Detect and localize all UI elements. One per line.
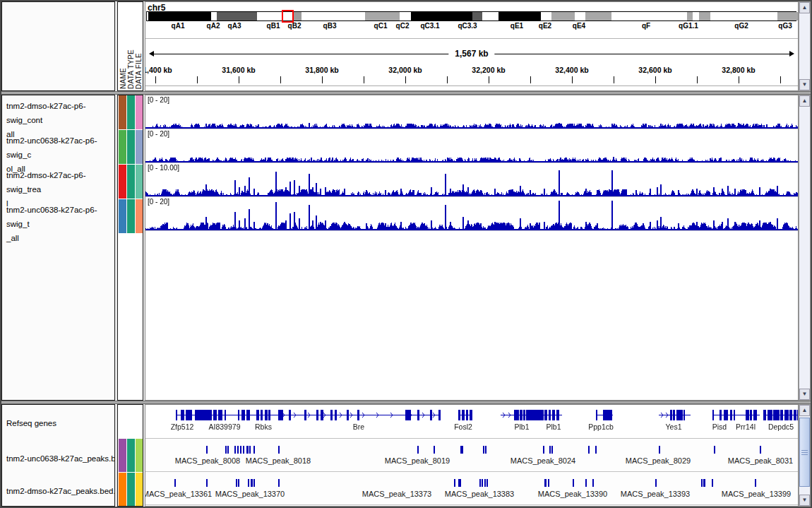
unc0638-peaks-track[interactable]: MACS_peak_8008MACS_peak_8018MACS_peak_80… (145, 439, 798, 472)
attribute-color-bar[interactable] (136, 95, 143, 129)
tracks-scrollbar-track[interactable] (799, 107, 810, 389)
peak-interval[interactable] (174, 479, 176, 487)
attribute-color-bar[interactable] (119, 199, 126, 233)
scroll-down-icon[interactable]: ▼ (799, 389, 810, 400)
peak-interval[interactable] (278, 446, 280, 454)
peak-interval[interactable] (485, 446, 486, 454)
coverage-track-1[interactable]: [0 - 20] (145, 95, 798, 129)
peak-interval[interactable] (454, 479, 455, 487)
genome-ruler[interactable]: 1,567 kb 31,400 kb31,600 kb31,800 kb32,0… (145, 39, 798, 86)
attribute-bars[interactable] (119, 473, 143, 506)
dmso-peaks-track[interactable]: MACS_peak_13361MACS_peak_13370MACS_peak_… (145, 472, 798, 505)
peak-interval[interactable] (253, 479, 255, 487)
peak-interval[interactable] (486, 479, 488, 487)
attr-col-name[interactable]: NAME (119, 68, 127, 89)
peak-interval[interactable] (248, 479, 249, 487)
peak-interval[interactable] (434, 446, 435, 454)
peak-interval[interactable] (703, 479, 705, 487)
peak-interval[interactable] (225, 446, 227, 454)
peak-interval[interactable] (227, 446, 229, 454)
peak-interval[interactable] (278, 479, 280, 487)
attribute-bars[interactable] (119, 165, 143, 199)
peak-interval[interactable] (655, 479, 657, 487)
peak-interval[interactable] (701, 479, 703, 487)
refseq-genes-canvas[interactable] (145, 405, 798, 438)
attribute-color-bar[interactable] (127, 199, 135, 233)
attribute-color-bar[interactable] (127, 165, 135, 199)
attribute-color-bar[interactable] (136, 439, 143, 472)
scroll-up-icon[interactable]: ▲ (799, 405, 810, 416)
attr-col-datafile[interactable]: DATA FILE (135, 53, 143, 89)
scroll-down-icon[interactable]: ▼ (799, 79, 810, 90)
peak-interval[interactable] (253, 446, 255, 454)
peak-interval[interactable] (246, 446, 249, 454)
peak-interval[interactable] (712, 479, 713, 487)
peak-interval[interactable] (551, 446, 553, 454)
region-selection-box[interactable] (282, 10, 294, 23)
coverage-track-3[interactable]: [0 - 10.00] (145, 163, 798, 197)
peak-interval[interactable] (206, 479, 208, 487)
peak-interval[interactable] (549, 446, 551, 454)
peak-interval[interactable] (760, 446, 761, 454)
attribute-color-bar[interactable] (127, 439, 135, 472)
peak-interval[interactable] (659, 446, 660, 454)
peak-interval[interactable] (595, 446, 597, 454)
peak-interval[interactable] (543, 446, 544, 454)
coverage-canvas-1[interactable] (145, 95, 798, 129)
coverage-canvas-2[interactable] (145, 129, 798, 163)
attribute-bars[interactable] (119, 130, 143, 164)
feature-attribute-panel[interactable] (117, 404, 143, 507)
refseq-track-name[interactable]: Refseq genes (6, 419, 56, 427)
peak-interval[interactable] (238, 479, 239, 487)
coverage-track-2[interactable]: [0 - 20] (145, 129, 798, 163)
scrollbar-thumb[interactable] (799, 418, 810, 487)
peak-interval[interactable] (479, 479, 481, 487)
peak-interval[interactable] (240, 446, 241, 454)
attribute-color-bar[interactable] (136, 199, 143, 233)
track-attribute-panel[interactable] (117, 95, 143, 401)
header-scrollbar-track[interactable] (799, 13, 810, 79)
peak-interval[interactable] (714, 446, 715, 454)
refseq-genes-track[interactable] (145, 405, 798, 439)
attribute-color-bar[interactable] (127, 95, 135, 129)
peak-interval[interactable] (251, 479, 253, 487)
attribute-color-bar[interactable] (119, 439, 126, 472)
coverage-track-4[interactable]: [0 - 20] (145, 197, 798, 231)
peak-interval[interactable] (483, 446, 484, 454)
track-name-4[interactable]: tnm2-unc0638-k27ac-p6-swig_t_all (6, 203, 113, 245)
attribute-color-bar[interactable] (119, 165, 126, 199)
peak-interval[interactable] (236, 479, 237, 487)
features-scrollbar[interactable]: ▲ ▼ (799, 404, 811, 507)
attribute-color-bar[interactable] (136, 165, 143, 199)
peak-interval[interactable] (460, 446, 463, 454)
scroll-up-icon[interactable]: ▲ (799, 95, 810, 107)
peak-interval[interactable] (573, 479, 574, 487)
peak-interval[interactable] (484, 479, 486, 487)
coverage-canvas-3[interactable] (145, 163, 798, 196)
attribute-color-bar[interactable] (119, 95, 126, 129)
coverage-canvas-4[interactable] (145, 197, 798, 230)
unc0638-peaks-track-name[interactable]: tnm2-unc0638-k27ac_peaks.bed (6, 454, 115, 463)
peak-interval[interactable] (482, 479, 483, 487)
peak-interval[interactable] (234, 446, 236, 454)
attribute-color-bar[interactable] (119, 130, 126, 164)
scroll-down-icon[interactable]: ▼ (799, 495, 810, 506)
peak-interval[interactable] (417, 446, 419, 454)
peak-interval[interactable] (592, 479, 594, 487)
peak-interval[interactable] (544, 479, 547, 487)
peak-interval[interactable] (206, 446, 208, 454)
tracks-scrollbar[interactable]: ▲ ▼ (799, 95, 811, 401)
attribute-color-bar[interactable] (127, 130, 135, 164)
attr-col-datatype[interactable]: DATA TYPE (127, 49, 135, 89)
features-scrollbar-track[interactable] (799, 416, 810, 495)
scroll-up-icon[interactable]: ▲ (799, 2, 810, 13)
attribute-color-bar[interactable] (136, 130, 143, 164)
peak-interval[interactable] (585, 479, 587, 487)
peak-interval[interactable] (548, 479, 549, 487)
attribute-color-bar[interactable] (127, 473, 135, 506)
attribute-color-bar[interactable] (119, 473, 126, 506)
dmso-peaks-track-name[interactable]: tnm2-dmso-k27ac_peaks.bed.gz (6, 487, 115, 495)
attribute-bars[interactable] (119, 95, 143, 129)
attribute-bars[interactable] (119, 439, 143, 472)
peak-interval[interactable] (755, 479, 756, 487)
